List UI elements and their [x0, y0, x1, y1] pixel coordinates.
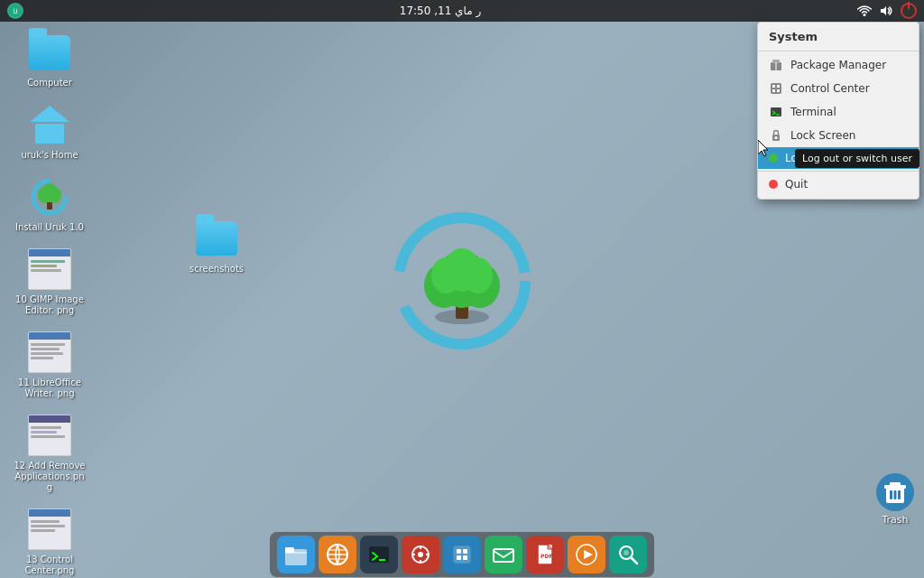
screenshots-icon-label: screenshots: [189, 264, 244, 275]
taskbar-right: [857, 3, 917, 19]
desktop: U ر ماي 11, 17:50: [0, 0, 924, 578]
svg-point-16: [431, 257, 460, 294]
tooltip-text: Log out or switch user: [802, 153, 912, 164]
libreoffice-icon-img: [28, 331, 71, 374]
menu-divider-1: [758, 51, 919, 51]
svg-point-2: [863, 14, 865, 16]
svg-point-17: [464, 257, 493, 294]
home-icon-label: uruk's Home: [21, 150, 78, 161]
dock: PDF: [270, 532, 654, 577]
dock-email[interactable]: [485, 536, 522, 573]
taskbar-bottom: PDF: [0, 531, 924, 578]
addremove-icon-label: 12 Add Remove Applications.png: [13, 461, 87, 493]
install-icon-img: [28, 175, 71, 219]
terminal-icon: [769, 105, 783, 119]
home-icon-img: [28, 103, 71, 146]
svg-marker-3: [881, 6, 886, 15]
svg-rect-22: [890, 490, 892, 499]
gimp-icon-label: 10 GIMP Image Editor. png: [13, 294, 87, 316]
svg-rect-24: [898, 490, 901, 499]
trash-label: Trash: [882, 514, 908, 526]
quit-label: Quit: [785, 178, 808, 191]
svg-rect-37: [454, 546, 470, 563]
svg-rect-21: [890, 482, 901, 486]
computer-icon-label: Computer: [27, 78, 72, 89]
datetime-text: ر ماي 11, 17:50: [400, 5, 481, 17]
menu-item-package-manager[interactable]: Package Manager: [758, 53, 919, 77]
install-icon-label: Install Uruk 1.0: [15, 222, 84, 233]
svg-rect-38: [457, 549, 461, 554]
logout-tooltip: Log out or switch user: [795, 149, 919, 168]
quit-dot-icon: [769, 180, 778, 189]
svg-rect-42: [494, 549, 513, 562]
svg-rect-54: [772, 85, 775, 88]
svg-rect-27: [285, 547, 294, 553]
svg-point-49: [624, 550, 629, 555]
svg-point-6: [38, 187, 51, 203]
volume-icon[interactable]: [879, 4, 893, 18]
control-center-label: Control Center: [790, 82, 870, 95]
computer-icon-img: [28, 31, 71, 74]
datetime-display: ر ماي 11, 17:50: [400, 5, 481, 17]
addremove-icon-img: [28, 414, 71, 457]
lock-icon: [769, 128, 783, 143]
system-menu-title: System: [758, 26, 919, 49]
system-menu: System Package Manager: [757, 22, 919, 200]
svg-text:U: U: [13, 8, 17, 15]
menu-item-lock-screen[interactable]: Lock Screen: [758, 124, 919, 147]
desktop-icon-addremove[interactable]: 12 Add Remove Applications.png: [9, 410, 90, 497]
wifi-icon[interactable]: [857, 4, 872, 18]
taskbar-top: U ر ماي 11, 17:50: [0, 0, 924, 22]
dock-settings[interactable]: [443, 536, 481, 573]
libreoffice-icon-label: 11 LibreOffice Writer. png: [13, 378, 87, 399]
desktop-icon-libreoffice[interactable]: 11 LibreOffice Writer. png: [9, 327, 90, 403]
dock-search[interactable]: [609, 536, 647, 573]
menu-item-control-center[interactable]: Control Center: [758, 77, 919, 100]
desktop-icon-computer[interactable]: Computer: [9, 27, 90, 92]
dock-browser[interactable]: [319, 536, 356, 573]
logout-dot-icon: [769, 154, 778, 163]
menu-item-quit[interactable]: Quit: [758, 173, 919, 195]
gimp-icon-img: [28, 247, 71, 291]
svg-rect-56: [772, 89, 775, 92]
terminal-label: Terminal: [790, 106, 836, 118]
taskbar-left: U: [7, 3, 23, 19]
desktop-icon-install[interactable]: Install Uruk 1.0: [9, 172, 90, 237]
screenshots-icon-img: [195, 217, 238, 260]
trash-container[interactable]: Trash: [875, 472, 915, 526]
svg-rect-40: [457, 555, 461, 560]
svg-line-48: [631, 557, 637, 564]
svg-rect-55: [777, 85, 780, 88]
desktop-icons-column: Computer uruk's Home: [9, 27, 90, 578]
svg-text:PDF: PDF: [541, 553, 552, 559]
svg-rect-39: [463, 549, 467, 554]
svg-point-61: [775, 136, 778, 139]
desktop-icon-screenshots[interactable]: screenshots: [180, 217, 253, 275]
menu-item-terminal[interactable]: Terminal: [758, 100, 919, 124]
svg-rect-8: [47, 202, 52, 210]
dock-pdf[interactable]: PDF: [526, 536, 564, 573]
uruk-logo[interactable]: U: [7, 3, 23, 19]
lock-screen-label: Lock Screen: [790, 129, 855, 142]
dock-files[interactable]: [277, 536, 315, 573]
control-center-icon: [769, 81, 783, 96]
dock-terminal[interactable]: [360, 536, 398, 573]
svg-point-7: [49, 187, 61, 203]
svg-point-32: [418, 552, 423, 557]
menu-divider-2: [758, 171, 919, 172]
power-button[interactable]: [901, 3, 917, 19]
dock-software[interactable]: [402, 536, 439, 573]
desktop-icon-home[interactable]: uruk's Home: [9, 99, 90, 164]
desktop-icon-gimp[interactable]: 10 GIMP Image Editor. png: [9, 244, 90, 320]
svg-rect-57: [777, 89, 780, 92]
dock-media[interactable]: [568, 536, 605, 573]
svg-rect-41: [463, 555, 467, 560]
package-manager-label: Package Manager: [790, 59, 886, 71]
svg-rect-53: [771, 83, 781, 94]
center-logo: [381, 200, 543, 362]
package-manager-icon: [769, 58, 783, 72]
svg-rect-23: [894, 490, 897, 499]
